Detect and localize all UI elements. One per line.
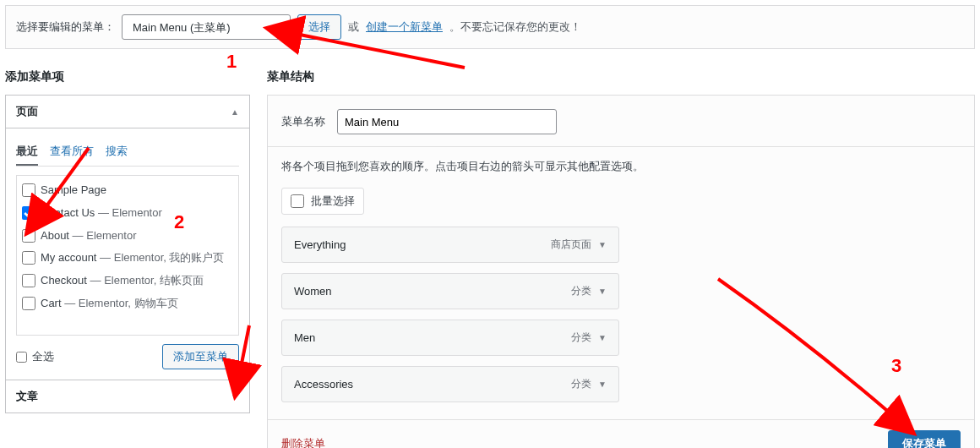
menu-item-type: 分类 bbox=[571, 377, 591, 391]
tab-view-all[interactable]: 查看所有 bbox=[50, 139, 94, 166]
caret-up-icon: ▲ bbox=[231, 107, 239, 117]
menu-structure-column: 菜单结构 菜单名称 将各个项目拖到您喜欢的顺序。点击项目右边的箭头可显示其他配置… bbox=[267, 54, 975, 448]
save-menu-button[interactable]: 保存菜单 bbox=[888, 430, 961, 448]
menu-name-input[interactable] bbox=[337, 109, 557, 134]
delete-menu-link[interactable]: 删除菜单 bbox=[281, 436, 325, 448]
pages-box-title: 页面 bbox=[16, 104, 38, 119]
reminder-text: 。不要忘记保存您的更改！ bbox=[449, 19, 581, 35]
list-item[interactable]: Sample Page bbox=[22, 179, 233, 202]
list-item[interactable]: Contact Us — Elementor bbox=[22, 202, 233, 225]
menu-items-list: Everything 商店页面 ▼ Women 分类 ▼ Men bbox=[268, 227, 974, 419]
menu-select-dropdown[interactable]: Main Menu (主菜单) bbox=[122, 14, 291, 40]
menu-item-type: 分类 bbox=[571, 284, 591, 298]
pages-checklist[interactable]: Sample Page Contact Us — Elementor About… bbox=[16, 175, 239, 336]
menu-item-title: Men bbox=[294, 331, 315, 344]
select-all-checkbox[interactable] bbox=[16, 352, 27, 363]
page-suffix: — Elementor, 购物车页 bbox=[62, 297, 178, 309]
page-checkbox[interactable] bbox=[22, 183, 35, 197]
posts-box-title: 文章 bbox=[16, 389, 38, 404]
menu-structure-panel: 菜单名称 将各个项目拖到您喜欢的顺序。点击项目右边的箭头可显示其他配置选项。 批… bbox=[267, 95, 975, 448]
pages-box-body: 最近 查看所有 搜索 Sample Page Contact Us — Elem… bbox=[6, 128, 249, 380]
page-suffix: — Elementor, 我的账户页 bbox=[96, 251, 224, 264]
list-item[interactable]: My account — Elementor, 我的账户页 bbox=[22, 247, 233, 270]
page-checkbox[interactable] bbox=[22, 206, 35, 220]
caret-down-icon: ▼ bbox=[231, 392, 239, 402]
menu-item-title: Women bbox=[294, 285, 332, 298]
menu-select-label: 选择要编辑的菜单： bbox=[16, 19, 115, 35]
list-item[interactable]: Checkout — Elementor, 结帐页面 bbox=[22, 270, 233, 292]
menu-name-row: 菜单名称 bbox=[268, 96, 974, 147]
instructions-text: 将各个项目拖到您喜欢的顺序。点击项目右边的箭头可显示其他配置选项。 bbox=[268, 147, 974, 183]
menu-item-title: Accessories bbox=[294, 378, 353, 391]
select-button[interactable]: 选择 bbox=[297, 14, 341, 40]
bulk-select-label: 批量选择 bbox=[311, 194, 355, 209]
create-new-menu-link[interactable]: 创建一个新菜单 bbox=[366, 19, 443, 35]
pages-tabs: 最近 查看所有 搜索 bbox=[16, 139, 239, 167]
menu-structure-heading: 菜单结构 bbox=[267, 69, 975, 85]
bulk-select-checkbox[interactable] bbox=[291, 194, 304, 208]
bulk-select-row[interactable]: 批量选择 bbox=[281, 188, 364, 215]
page-label: My account bbox=[41, 251, 96, 264]
page-checkbox[interactable] bbox=[22, 297, 35, 310]
menu-item[interactable]: Women 分类 ▼ bbox=[281, 273, 619, 309]
page-label: Cart bbox=[41, 297, 62, 309]
page-label: Sample Page bbox=[41, 183, 106, 196]
pages-metabox: 页面 ▲ 最近 查看所有 搜索 Sample Page Contact Us bbox=[5, 95, 250, 380]
posts-metabox-toggle[interactable]: 文章 ▼ bbox=[6, 380, 249, 412]
list-item[interactable]: Cart — Elementor, 购物车页 bbox=[22, 292, 233, 315]
page-checkbox[interactable] bbox=[22, 251, 35, 265]
pages-metabox-toggle[interactable]: 页面 ▲ bbox=[6, 96, 249, 128]
menu-name-label: 菜单名称 bbox=[281, 114, 325, 129]
page-suffix: — Elementor, 结帐页面 bbox=[87, 274, 204, 287]
menu-item[interactable]: Accessories 分类 ▼ bbox=[281, 366, 619, 402]
add-menu-items-column: 添加菜单项 页面 ▲ 最近 查看所有 搜索 Sample Page bbox=[5, 54, 250, 448]
add-to-menu-button[interactable]: 添加至菜单 bbox=[162, 344, 239, 369]
posts-metabox: 文章 ▼ bbox=[5, 380, 250, 413]
menu-item-meta: 商店页面 ▼ bbox=[551, 238, 607, 252]
annotation-number-3: 3 bbox=[891, 355, 901, 377]
page-label: Contact Us bbox=[41, 206, 95, 219]
page-label: About bbox=[41, 229, 69, 242]
page-checkbox[interactable] bbox=[22, 229, 35, 243]
caret-down-icon[interactable]: ▼ bbox=[598, 333, 607, 342]
list-item[interactable]: About — Elementor bbox=[22, 225, 233, 248]
pages-box-footer: 全选 添加至菜单 bbox=[16, 344, 239, 369]
page-suffix: — Elementor bbox=[95, 206, 161, 219]
menu-item-meta: 分类 ▼ bbox=[571, 284, 607, 298]
select-all-row[interactable]: 全选 bbox=[16, 349, 54, 364]
menu-item-meta: 分类 ▼ bbox=[571, 331, 607, 345]
menu-item-type: 商店页面 bbox=[551, 238, 591, 252]
caret-down-icon[interactable]: ▼ bbox=[598, 240, 607, 249]
tab-recent[interactable]: 最近 bbox=[16, 139, 38, 166]
or-text: 或 bbox=[348, 19, 359, 35]
menu-item-meta: 分类 ▼ bbox=[571, 377, 607, 391]
caret-down-icon[interactable]: ▼ bbox=[598, 287, 607, 296]
page-suffix: — Elementor bbox=[69, 229, 136, 242]
add-menu-items-heading: 添加菜单项 bbox=[5, 69, 250, 85]
annotation-number-1: 1 bbox=[226, 51, 237, 73]
menu-item[interactable]: Everything 商店页面 ▼ bbox=[281, 227, 619, 263]
page-label: Checkout bbox=[41, 274, 87, 287]
select-all-label: 全选 bbox=[32, 349, 54, 364]
page-checkbox[interactable] bbox=[22, 274, 35, 287]
tab-search[interactable]: 搜索 bbox=[106, 139, 128, 166]
menu-item-type: 分类 bbox=[571, 331, 591, 345]
caret-down-icon[interactable]: ▼ bbox=[598, 380, 607, 389]
menu-footer-row: 删除菜单 保存菜单 bbox=[268, 419, 974, 448]
annotation-number-2: 2 bbox=[174, 211, 184, 233]
menu-select-bar: 选择要编辑的菜单： Main Menu (主菜单) 选择 或 创建一个新菜单 。… bbox=[5, 5, 975, 49]
menu-item[interactable]: Men 分类 ▼ bbox=[281, 320, 619, 356]
menu-item-title: Everything bbox=[294, 238, 346, 251]
